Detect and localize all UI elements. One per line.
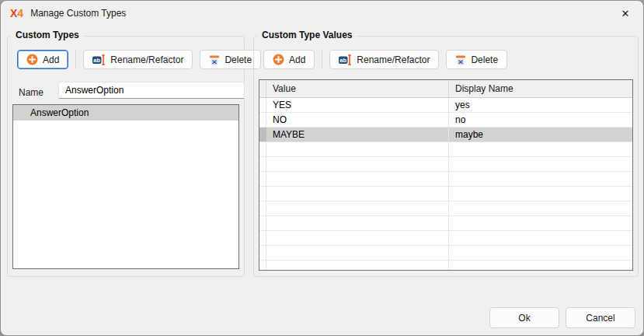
name-label: Name bbox=[19, 84, 44, 101]
add-icon bbox=[26, 54, 38, 65]
table-cell-value[interactable] bbox=[266, 157, 449, 171]
row-header-cell[interactable] bbox=[259, 98, 266, 112]
table-cell-display-name[interactable] bbox=[449, 261, 632, 271]
delete-icon bbox=[455, 54, 466, 65]
row-header-cell[interactable] bbox=[259, 246, 266, 260]
toolbar-separator bbox=[75, 50, 76, 69]
table-row-empty[interactable] bbox=[259, 157, 632, 172]
table-row[interactable]: YESyes bbox=[259, 98, 632, 113]
values-table-body: YESyesNOnoMAYBEmaybe bbox=[259, 98, 632, 271]
cancel-button[interactable]: Cancel bbox=[566, 307, 635, 328]
table-row[interactable]: MAYBEmaybe bbox=[259, 128, 632, 142]
manage-custom-types-dialog: X4 Manage Custom Types ✕ Custom Types Ad… bbox=[0, 0, 644, 336]
custom-types-group: Custom Types Add ab Rename/Refactor Dele… bbox=[7, 36, 245, 277]
add-value-label: Add bbox=[289, 54, 305, 65]
row-header-cell[interactable] bbox=[259, 201, 266, 215]
row-header-cell[interactable] bbox=[259, 142, 266, 156]
table-row-empty[interactable] bbox=[259, 187, 632, 201]
table-cell-display-name[interactable] bbox=[449, 142, 632, 156]
table-row-empty[interactable] bbox=[259, 142, 632, 157]
row-header-corner bbox=[259, 80, 266, 97]
custom-types-group-label: Custom Types bbox=[12, 30, 83, 40]
delete-value-label: Delete bbox=[471, 54, 498, 65]
rename-icon: ab bbox=[92, 54, 106, 65]
svg-text:ab: ab bbox=[94, 56, 101, 63]
table-cell-value[interactable] bbox=[266, 261, 449, 271]
list-item[interactable]: AnswerOption bbox=[13, 105, 238, 121]
table-cell-value[interactable] bbox=[266, 231, 449, 245]
table-cell-value[interactable] bbox=[266, 201, 449, 215]
row-header-cell[interactable] bbox=[259, 128, 266, 142]
rename-type-button[interactable]: ab Rename/Refactor bbox=[83, 50, 193, 69]
custom-type-values-group-label: Custom Type Values bbox=[258, 30, 356, 40]
table-cell-display-name[interactable] bbox=[449, 216, 632, 230]
logo-4: 4 bbox=[17, 7, 23, 19]
delete-type-button[interactable]: Delete bbox=[200, 50, 261, 69]
column-header-value[interactable]: Value bbox=[266, 80, 449, 97]
custom-types-list[interactable]: AnswerOption bbox=[12, 104, 239, 269]
rename-value-label: Rename/Refactor bbox=[357, 54, 430, 65]
add-value-button[interactable]: Add bbox=[263, 50, 315, 69]
row-header-cell[interactable] bbox=[259, 261, 266, 271]
table-row-empty[interactable] bbox=[259, 216, 632, 231]
ok-button[interactable]: Ok bbox=[489, 307, 559, 328]
type-name-input[interactable] bbox=[58, 82, 245, 99]
table-row-empty[interactable] bbox=[259, 201, 632, 216]
table-row-empty[interactable] bbox=[259, 246, 632, 261]
delete-value-button[interactable]: Delete bbox=[446, 50, 507, 69]
rename-icon: ab bbox=[339, 54, 352, 65]
custom-type-values-group: Custom Type Values Add ab Rename/Refacto… bbox=[253, 36, 639, 277]
svg-text:ab: ab bbox=[340, 56, 347, 63]
delete-type-label: Delete bbox=[225, 54, 252, 65]
column-header-display-name[interactable]: Display Name bbox=[449, 80, 632, 97]
row-header-cell[interactable] bbox=[259, 216, 266, 230]
values-table-header: Value Display Name bbox=[259, 80, 632, 98]
table-cell-value[interactable] bbox=[266, 142, 449, 156]
row-header-cell[interactable] bbox=[259, 157, 266, 171]
table-cell-display-name[interactable]: maybe bbox=[449, 128, 632, 142]
table-cell-display-name[interactable] bbox=[449, 157, 632, 171]
rename-type-label: Rename/Refactor bbox=[110, 54, 183, 65]
table-cell-value[interactable] bbox=[266, 187, 449, 201]
table-row-empty[interactable] bbox=[259, 172, 632, 187]
row-header-cell[interactable] bbox=[259, 113, 266, 127]
table-cell-value[interactable] bbox=[266, 216, 449, 230]
add-type-button[interactable]: Add bbox=[17, 50, 68, 69]
table-cell-display-name[interactable] bbox=[449, 172, 632, 186]
row-header-cell[interactable] bbox=[259, 172, 266, 186]
row-header-cell[interactable] bbox=[259, 231, 266, 245]
table-row[interactable]: NOno bbox=[259, 113, 632, 128]
table-cell-display-name[interactable]: yes bbox=[449, 98, 632, 112]
row-header-cell[interactable] bbox=[259, 187, 266, 201]
table-cell-display-name[interactable] bbox=[449, 201, 632, 215]
add-type-label: Add bbox=[43, 54, 59, 65]
window-title: Manage Custom Types bbox=[30, 8, 126, 19]
table-row-empty[interactable] bbox=[259, 261, 632, 271]
table-cell-value[interactable]: MAYBE bbox=[266, 128, 449, 142]
values-table: Value Display Name YESyesNOnoMAYBEmaybe bbox=[259, 79, 633, 271]
rename-value-button[interactable]: ab Rename/Refactor bbox=[329, 50, 439, 69]
app-logo: X4 bbox=[10, 7, 23, 19]
table-cell-value[interactable] bbox=[266, 172, 449, 186]
custom-type-values-toolbar: Add ab Rename/Refactor Delete bbox=[263, 50, 507, 69]
table-cell-value[interactable] bbox=[266, 246, 449, 260]
table-cell-display-name[interactable]: no bbox=[449, 113, 632, 127]
table-cell-display-name[interactable] bbox=[449, 187, 632, 201]
table-cell-value[interactable]: NO bbox=[266, 113, 449, 127]
table-row-empty[interactable] bbox=[259, 231, 632, 246]
add-icon bbox=[273, 54, 284, 65]
table-cell-display-name[interactable] bbox=[449, 231, 632, 245]
close-icon[interactable]: ✕ bbox=[607, 1, 643, 26]
custom-types-toolbar: Add ab Rename/Refactor Delete bbox=[17, 50, 261, 69]
table-cell-display-name[interactable] bbox=[449, 246, 632, 260]
logo-x: X bbox=[10, 7, 17, 19]
delete-icon bbox=[209, 54, 220, 65]
title-bar: X4 Manage Custom Types ✕ bbox=[1, 1, 643, 26]
table-cell-value[interactable]: YES bbox=[266, 98, 449, 112]
toolbar-separator bbox=[322, 50, 322, 69]
